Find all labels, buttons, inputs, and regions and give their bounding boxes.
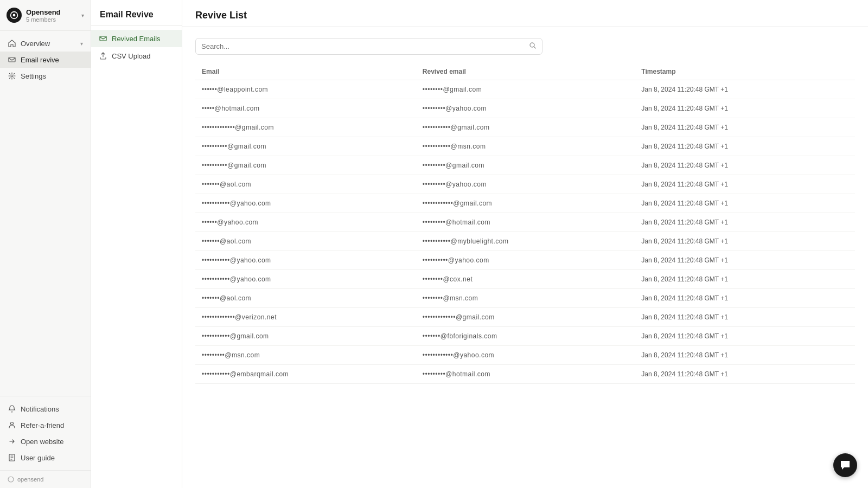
cell-timestamp: Jan 8, 2024 11:20:48 GMT +1	[635, 308, 855, 327]
col-revived: Revived email	[416, 63, 635, 80]
svg-point-3	[11, 75, 13, 77]
col-timestamp: Timestamp	[635, 63, 855, 80]
sidebar-item-email-revive[interactable]: Email revive	[0, 52, 91, 68]
cell-email: •••••••@aol.com	[195, 289, 416, 308]
org-header[interactable]: Opensend 5 members ▾	[0, 0, 91, 31]
cell-revived: •••••••••@yahoo.com	[416, 175, 635, 194]
cell-email: •••••••@aol.com	[195, 232, 416, 251]
cell-revived: •••••••••••@msn.com	[416, 137, 635, 156]
cell-revived: •••••••@fbforiginals.com	[416, 327, 635, 346]
cell-timestamp: Jan 8, 2024 11:20:48 GMT +1	[635, 289, 855, 308]
cell-timestamp: Jan 8, 2024 11:20:48 GMT +1	[635, 137, 855, 156]
cell-timestamp: Jan 8, 2024 11:20:48 GMT +1	[635, 213, 855, 232]
cell-timestamp: Jan 8, 2024 11:20:48 GMT +1	[635, 365, 855, 384]
cell-revived: ••••••••@msn.com	[416, 289, 635, 308]
cell-email: •••••••••••@yahoo.com	[195, 194, 416, 213]
cell-timestamp: Jan 8, 2024 11:20:48 GMT +1	[635, 118, 855, 137]
overview-chevron-icon: ▾	[80, 41, 83, 47]
cell-revived: •••••••••••••@gmail.com	[416, 308, 635, 327]
table-row: •••••••••••@gmail.com •••••••@fbforigina…	[195, 327, 855, 346]
cell-timestamp: Jan 8, 2024 11:20:48 GMT +1	[635, 99, 855, 118]
cell-email: •••••@hotmail.com	[195, 99, 416, 118]
cell-email: •••••••••••@yahoo.com	[195, 251, 416, 270]
search-bar[interactable]	[195, 38, 542, 55]
table-row: •••••••••••@embarqmail.com •••••••••@hot…	[195, 365, 855, 384]
table-row: •••••••••••••@gmail.com •••••••••••@gmai…	[195, 118, 855, 137]
cell-revived: ••••••••••••@yahoo.com	[416, 346, 635, 365]
org-members: 5 members	[26, 16, 61, 23]
sidebar: Opensend 5 members ▾ Overview ▾ Email re…	[0, 0, 91, 488]
main-header: Revive List	[182, 0, 868, 27]
table-row: •••••••••@msn.com ••••••••••••@yahoo.com…	[195, 346, 855, 365]
refer-label: Refer-a-friend	[21, 421, 64, 429]
table-row: •••••@hotmail.com •••••••••@yahoo.com Ja…	[195, 99, 855, 118]
cell-revived: •••••••••@gmail.com	[416, 156, 635, 175]
circle-icon	[8, 476, 14, 483]
cell-email: •••••••@aol.com	[195, 175, 416, 194]
cell-email: •••••••••••@embarqmail.com	[195, 365, 416, 384]
org-chevron-icon: ▾	[81, 12, 84, 18]
svg-point-1	[13, 14, 16, 17]
sidebar-item-overview[interactable]: Overview ▾	[0, 35, 91, 52]
sidebar-bottom: Notifications Refer-a-friend Open websit…	[0, 396, 91, 470]
cell-timestamp: Jan 8, 2024 11:20:48 GMT +1	[635, 156, 855, 175]
arrow-right-icon	[8, 437, 16, 446]
table-row: •••••••@aol.com •••••••••••@mybluelight.…	[195, 232, 855, 251]
sidebar-item-notifications[interactable]: Notifications	[0, 401, 91, 417]
chat-button[interactable]	[833, 453, 857, 477]
sidebar-item-settings[interactable]: Settings	[0, 68, 91, 84]
cell-timestamp: Jan 8, 2024 11:20:48 GMT +1	[635, 270, 855, 289]
sidebar-item-user-guide[interactable]: User guide	[0, 450, 91, 466]
notifications-label: Notifications	[21, 405, 59, 413]
table-row: ••••••@yahoo.com •••••••••@hotmail.com J…	[195, 213, 855, 232]
sub-nav-csv-upload[interactable]: CSV Upload	[91, 47, 182, 65]
page-title: Revive List	[195, 10, 855, 21]
sub-sidebar: Email Revive Revived Emails CSV Upload	[91, 0, 182, 488]
email-revive-icon	[8, 55, 16, 64]
cell-revived: ••••••••@cox.net	[416, 270, 635, 289]
cell-revived: •••••••••••@gmail.com	[416, 118, 635, 137]
table-row: •••••••••••••@verizon.net •••••••••••••@…	[195, 308, 855, 327]
sidebar-footer: opensend	[0, 470, 91, 488]
cell-timestamp: Jan 8, 2024 11:20:48 GMT +1	[635, 194, 855, 213]
table-row: ••••••@leappoint.com ••••••••@gmail.com …	[195, 80, 855, 99]
table-header-row: Email Revived email Timestamp	[195, 63, 855, 80]
sidebar-item-open-website[interactable]: Open website	[0, 433, 91, 450]
cell-timestamp: Jan 8, 2024 11:20:48 GMT +1	[635, 175, 855, 194]
revived-emails-icon	[99, 34, 107, 43]
cell-revived: ••••••••••••@gmail.com	[416, 194, 635, 213]
cell-revived: ••••••••@gmail.com	[416, 80, 635, 99]
cell-revived: ••••••••••@yahoo.com	[416, 251, 635, 270]
bell-icon	[8, 404, 16, 413]
cell-revived: •••••••••@hotmail.com	[416, 365, 635, 384]
cell-timestamp: Jan 8, 2024 11:20:48 GMT +1	[635, 251, 855, 270]
svg-rect-7	[100, 36, 106, 41]
svg-point-4	[11, 422, 14, 425]
cell-email: ••••••@leappoint.com	[195, 80, 416, 99]
cell-email: •••••••••••@yahoo.com	[195, 270, 416, 289]
cell-email: •••••••••@msn.com	[195, 346, 416, 365]
book-icon	[8, 453, 16, 462]
cell-email: ••••••••••@gmail.com	[195, 137, 416, 156]
main-body: Email Revived email Timestamp ••••••@lea…	[182, 27, 868, 488]
table-row: •••••••••••@yahoo.com ••••••••@cox.net J…	[195, 270, 855, 289]
csv-upload-label: CSV Upload	[112, 52, 151, 60]
table-row: •••••••••••@yahoo.com ••••••••••••@gmail…	[195, 194, 855, 213]
open-website-label: Open website	[21, 438, 64, 446]
sidebar-item-refer[interactable]: Refer-a-friend	[0, 417, 91, 433]
footer-label: opensend	[17, 476, 43, 483]
sub-sidebar-title: Email Revive	[91, 0, 182, 25]
email-revive-label: Email revive	[21, 56, 59, 64]
cell-email: •••••••••••@gmail.com	[195, 327, 416, 346]
sub-nav-revived-emails[interactable]: Revived Emails	[91, 30, 182, 47]
cell-revived: •••••••••@hotmail.com	[416, 213, 635, 232]
table-row: •••••••@aol.com •••••••••@yahoo.com Jan …	[195, 175, 855, 194]
cell-timestamp: Jan 8, 2024 11:20:48 GMT +1	[635, 327, 855, 346]
revived-emails-label: Revived Emails	[112, 35, 161, 43]
person-icon	[8, 421, 16, 429]
gear-icon	[8, 72, 16, 80]
search-icon	[529, 42, 537, 51]
search-input[interactable]	[201, 42, 527, 50]
home-icon	[8, 39, 16, 48]
cell-revived: •••••••••@yahoo.com	[416, 99, 635, 118]
